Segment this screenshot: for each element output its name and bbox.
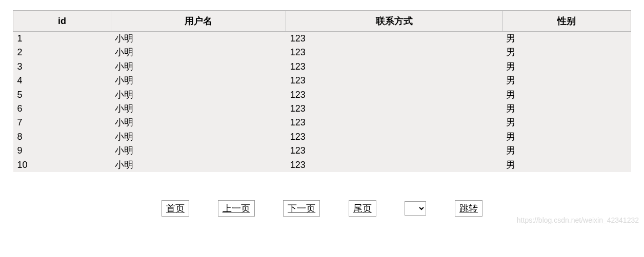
next-page-button[interactable]: 下一页 (283, 200, 320, 217)
last-page-button[interactable]: 尾页 (349, 200, 376, 217)
table-row: 10小明123男 (13, 158, 631, 172)
cell-contact: 123 (286, 60, 502, 74)
cell-gender: 男 (502, 32, 631, 46)
cell-id: 5 (13, 88, 111, 102)
cell-id: 2 (13, 46, 111, 59)
pagination-bar: 首页 上一页 下一页 尾页 跳转 (13, 200, 631, 217)
cell-username: 小明 (111, 116, 286, 130)
cell-gender: 男 (502, 60, 631, 74)
cell-gender: 男 (502, 74, 631, 88)
col-id: id (13, 11, 111, 32)
cell-contact: 123 (286, 32, 502, 46)
table-row: 1小明123男 (13, 32, 631, 46)
cell-id: 9 (13, 144, 111, 158)
cell-username: 小明 (111, 60, 286, 74)
cell-contact: 123 (286, 144, 502, 158)
watermark-text: https://blog.csdn.net/weixin_42341232 (517, 216, 639, 224)
jump-button[interactable]: 跳转 (455, 200, 482, 217)
cell-gender: 男 (502, 144, 631, 158)
table-row: 9小明123男 (13, 144, 631, 158)
cell-id: 6 (13, 102, 111, 116)
cell-username: 小明 (111, 46, 286, 59)
table-row: 7小明123男 (13, 116, 631, 130)
cell-contact: 123 (286, 158, 502, 172)
first-page-button[interactable]: 首页 (162, 200, 189, 217)
col-contact: 联系方式 (286, 11, 502, 32)
cell-contact: 123 (286, 130, 502, 144)
cell-username: 小明 (111, 158, 286, 172)
cell-contact: 123 (286, 102, 502, 116)
cell-contact: 123 (286, 74, 502, 88)
table-row: 4小明123男 (13, 74, 631, 88)
cell-contact: 123 (286, 88, 502, 102)
cell-id: 4 (13, 74, 111, 88)
table-header-row: id 用户名 联系方式 性别 (13, 11, 631, 32)
cell-username: 小明 (111, 144, 286, 158)
cell-contact: 123 (286, 46, 502, 59)
cell-id: 8 (13, 130, 111, 144)
cell-username: 小明 (111, 32, 286, 46)
cell-username: 小明 (111, 88, 286, 102)
cell-gender: 男 (502, 130, 631, 144)
cell-contact: 123 (286, 116, 502, 130)
table-row: 3小明123男 (13, 60, 631, 74)
col-gender: 性别 (502, 11, 631, 32)
table-row: 5小明123男 (13, 88, 631, 102)
cell-id: 3 (13, 60, 111, 74)
cell-gender: 男 (502, 88, 631, 102)
cell-username: 小明 (111, 102, 286, 116)
cell-id: 7 (13, 116, 111, 130)
cell-gender: 男 (502, 46, 631, 59)
data-table: id 用户名 联系方式 性别 1小明123男2小明123男3小明123男4小明1… (13, 10, 631, 172)
cell-username: 小明 (111, 130, 286, 144)
cell-id: 10 (13, 158, 111, 172)
page-select[interactable] (405, 201, 426, 216)
table-row: 6小明123男 (13, 102, 631, 116)
prev-page-button[interactable]: 上一页 (218, 200, 255, 217)
cell-username: 小明 (111, 74, 286, 88)
table-row: 8小明123男 (13, 130, 631, 144)
cell-gender: 男 (502, 158, 631, 172)
cell-id: 1 (13, 32, 111, 46)
table-row: 2小明123男 (13, 46, 631, 59)
cell-gender: 男 (502, 116, 631, 130)
cell-gender: 男 (502, 102, 631, 116)
col-username: 用户名 (111, 11, 286, 32)
